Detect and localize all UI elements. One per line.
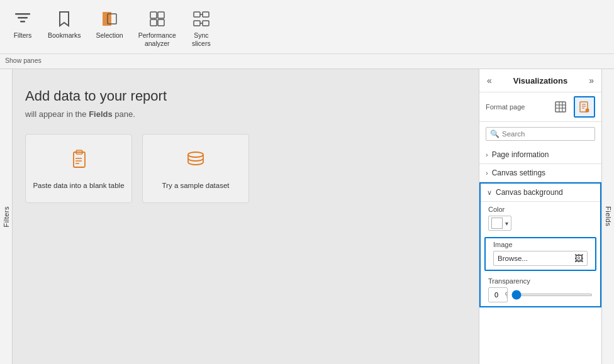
svg-rect-10 bbox=[203, 12, 209, 17]
transparency-label: Transparency bbox=[488, 277, 593, 285]
canvas-fields-bold: Fields bbox=[89, 109, 113, 119]
viz-collapse-btn[interactable]: « bbox=[486, 74, 493, 87]
transparency-controls: % ▲ ▼ bbox=[488, 287, 593, 302]
toolbar: Filters Bookmarks Selection bbox=[0, 0, 614, 69]
toolbar-filters[interactable]: Filters bbox=[5, 5, 40, 43]
canvas-settings-chevron: › bbox=[486, 169, 488, 177]
viz-expand-btn[interactable]: » bbox=[588, 74, 595, 87]
toolbar-sync-slicers[interactable]: Sync slicers bbox=[184, 5, 219, 51]
search-icon: 🔍 bbox=[490, 130, 500, 138]
canvas-sub-prefix: will appear in the bbox=[25, 109, 89, 119]
canvas-main-prefix: Add data bbox=[25, 88, 84, 104]
search-input[interactable] bbox=[502, 130, 591, 138]
sync-slicers-icon bbox=[191, 9, 211, 29]
transparency-pct: % bbox=[504, 290, 508, 300]
format-page-row: Format page bbox=[479, 92, 601, 122]
filters-side-tab[interactable]: Filters bbox=[0, 69, 13, 364]
sample-dataset-icon bbox=[184, 148, 207, 175]
canvas-bg-label: Canvas background bbox=[496, 188, 563, 197]
canvas-background-header[interactable]: ∨ Canvas background bbox=[481, 184, 600, 202]
paste-data-card[interactable]: Paste data into a blank table bbox=[25, 134, 132, 203]
canvas-background-section: ∨ Canvas background Color ▾ Image Browse… bbox=[479, 182, 601, 307]
format-icons bbox=[550, 96, 595, 118]
svg-rect-6 bbox=[158, 12, 164, 18]
performance-icon bbox=[147, 9, 167, 29]
filters-icon bbox=[13, 9, 33, 29]
transparency-input-group: % ▲ ▼ bbox=[488, 287, 508, 302]
sync-slicers-label: Sync slicers bbox=[192, 31, 211, 47]
fields-side-panel[interactable]: Fields bbox=[601, 69, 614, 364]
svg-rect-21 bbox=[555, 102, 566, 112]
search-box[interactable]: 🔍 bbox=[486, 127, 595, 141]
format-page-label: Format page bbox=[486, 103, 525, 111]
color-picker-btn[interactable]: ▾ bbox=[488, 216, 511, 231]
bookmarks-icon bbox=[54, 9, 74, 29]
canvas-sub-text: will appear in the Fields pane. bbox=[25, 109, 466, 119]
transparency-slider[interactable] bbox=[511, 294, 593, 296]
svg-rect-9 bbox=[194, 12, 200, 17]
svg-rect-12 bbox=[203, 21, 209, 26]
page-info-chevron: › bbox=[486, 151, 488, 158]
viz-header: « Visualizations » bbox=[479, 69, 601, 92]
canvas-bg-chevron: ∨ bbox=[487, 189, 492, 197]
selection-label: Selection bbox=[96, 31, 123, 40]
canvas-cards: Paste data into a blank table Try a samp… bbox=[25, 134, 466, 203]
filters-label: Filters bbox=[14, 31, 32, 40]
selection-icon bbox=[99, 9, 120, 29]
image-label: Image bbox=[493, 241, 588, 248]
performance-label: Performance analyzer bbox=[138, 31, 176, 47]
browse-icon: 🖼 bbox=[574, 253, 583, 263]
image-row: Image Browse... 🖼 bbox=[484, 237, 596, 271]
page-info-label: Page information bbox=[492, 150, 549, 159]
canvas-area: Add data to your report will appear in t… bbox=[13, 69, 479, 364]
canvas-settings-section[interactable]: › Canvas settings bbox=[479, 164, 601, 182]
browse-btn[interactable]: Browse... 🖼 bbox=[493, 251, 588, 266]
color-label: Color bbox=[488, 206, 593, 213]
color-chevron: ▾ bbox=[505, 220, 508, 227]
svg-point-20 bbox=[188, 152, 203, 157]
canvas-main-bold: to your report bbox=[84, 88, 167, 104]
sample-dataset-label: Try a sample dataset bbox=[162, 182, 230, 189]
sample-dataset-card[interactable]: Try a sample dataset bbox=[142, 134, 249, 203]
filters-tab-label: Filters bbox=[3, 206, 10, 227]
svg-rect-0 bbox=[15, 13, 30, 15]
transparency-value[interactable] bbox=[489, 290, 504, 300]
format-table-icon-btn[interactable] bbox=[550, 96, 571, 118]
bookmarks-label: Bookmarks bbox=[48, 31, 81, 40]
toolbar-selection[interactable]: Selection bbox=[89, 5, 131, 43]
svg-rect-2 bbox=[20, 21, 25, 23]
canvas-sub-suffix: pane. bbox=[113, 109, 135, 119]
canvas-settings-label: Canvas settings bbox=[492, 168, 545, 177]
svg-rect-5 bbox=[150, 12, 157, 18]
color-row: Color ▾ bbox=[481, 202, 600, 234]
paste-data-label: Paste data into a blank table bbox=[33, 182, 124, 189]
main-area: Filters Add data to your report will app… bbox=[0, 69, 614, 364]
format-page-icon-btn[interactable] bbox=[574, 96, 595, 118]
svg-rect-7 bbox=[150, 19, 157, 26]
viz-title: Visualizations bbox=[513, 76, 567, 85]
viz-panel: « Visualizations » Format page bbox=[479, 69, 601, 364]
page-info-section[interactable]: › Page information bbox=[479, 146, 601, 164]
toolbar-items: Filters Bookmarks Selection bbox=[0, 0, 614, 51]
svg-rect-1 bbox=[18, 17, 28, 19]
svg-rect-8 bbox=[158, 19, 164, 26]
transparency-row: Transparency % ▲ ▼ bbox=[481, 273, 600, 306]
canvas-main-text: Add data to your report bbox=[25, 88, 466, 104]
toolbar-bookmarks[interactable]: Bookmarks bbox=[40, 5, 89, 43]
browse-label: Browse... bbox=[498, 255, 528, 262]
svg-rect-11 bbox=[194, 21, 200, 26]
fields-tab-label: Fields bbox=[605, 206, 612, 226]
paste-data-icon bbox=[67, 148, 90, 175]
color-swatch bbox=[491, 218, 503, 229]
toolbar-performance[interactable]: Performance analyzer bbox=[131, 5, 184, 51]
show-panes-label: Show panes bbox=[0, 53, 614, 67]
